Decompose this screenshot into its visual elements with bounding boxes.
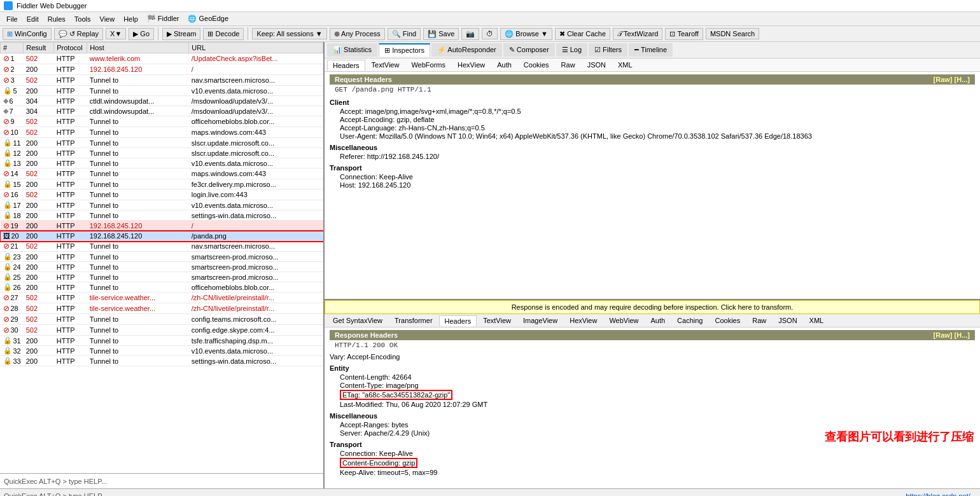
req-tab-cookies[interactable]: Cookies bbox=[518, 59, 555, 71]
tab-filters[interactable]: ☑ Filters bbox=[589, 43, 627, 57]
resp-tab-transformer[interactable]: Transformer bbox=[389, 315, 438, 326]
menu-tools[interactable]: Tools bbox=[71, 14, 95, 24]
cell-host: 192.168.245.120 bbox=[87, 64, 189, 75]
screenshot-btn[interactable]: 📷 bbox=[461, 28, 479, 40]
tab-inspectors[interactable]: ⊞ Inspectors bbox=[379, 43, 430, 57]
resp-tab-xml[interactable]: XML bbox=[804, 315, 830, 326]
cell-url: /zh-CN/livetile/preinstall/r... bbox=[189, 293, 323, 303]
cell-result: 502 bbox=[24, 189, 54, 200]
tab-timeline[interactable]: ━ Timeline bbox=[629, 43, 673, 57]
timer-btn[interactable]: ⏱ bbox=[482, 28, 498, 39]
table-row[interactable]: ⊘3 502 HTTP Tunnel to nav.smartscreen.mi… bbox=[1, 75, 323, 86]
req-tab-auth[interactable]: Auth bbox=[491, 59, 517, 71]
table-row[interactable]: 🖼20 200 HTTP 192.168.245.120 /panda.png bbox=[1, 231, 323, 241]
table-row[interactable]: ⊘19 200 HTTP 192.168.245.120 / bbox=[1, 221, 323, 231]
menu-fiddler[interactable]: 🏁 Fiddler bbox=[143, 13, 183, 24]
menu-file[interactable]: File bbox=[3, 14, 22, 24]
req-tab-json[interactable]: JSON bbox=[582, 59, 612, 71]
req-tab-textview[interactable]: TextView bbox=[366, 59, 405, 71]
table-row[interactable]: ⊘21 502 HTTP Tunnel to nav.smartscreen.m… bbox=[1, 241, 323, 252]
msdn-btn[interactable]: MSDN Search bbox=[706, 28, 759, 39]
tab-statistics[interactable]: 📊 Statistics bbox=[327, 43, 377, 57]
table-row[interactable]: ⊘14 502 HTTP Tunnel to maps.windows.com:… bbox=[1, 169, 323, 179]
req-header-host: Host: 192.168.245.120 bbox=[340, 181, 975, 189]
table-row[interactable]: ⊘16 502 HTTP Tunnel to login.live.com:44… bbox=[1, 189, 323, 200]
table-row[interactable]: 🔒24 200 HTTP Tunnel to smartscreen-prod.… bbox=[1, 262, 323, 272]
menu-view[interactable]: View bbox=[96, 14, 119, 24]
resp-tab-caching[interactable]: Caching bbox=[671, 315, 708, 326]
decode-btn[interactable]: ⊞ Decode bbox=[203, 28, 244, 40]
table-row[interactable]: 🔒32 200 HTTP Tunnel to v10.events.data.m… bbox=[1, 346, 323, 356]
table-row[interactable]: 🔒31 200 HTTP Tunnel to tsfe.trafficshapi… bbox=[1, 336, 323, 346]
any-process-btn[interactable]: ⊕ Any Process bbox=[330, 28, 385, 40]
winconfig-btn[interactable]: ⊞ WinConfig bbox=[3, 28, 52, 40]
table-row[interactable]: 🔒5 200 HTTP Tunnel to v10.events.data.mi… bbox=[1, 86, 323, 96]
req-tab-raw[interactable]: Raw bbox=[556, 59, 581, 71]
req-tab-webforms[interactable]: WebForms bbox=[405, 59, 451, 71]
table-row[interactable]: ⊘27 502 HTTP tile-service.weather... /zh… bbox=[1, 293, 323, 303]
resp-tab-auth[interactable]: Auth bbox=[645, 315, 671, 326]
stream-btn[interactable]: ▶ Stream bbox=[162, 28, 200, 40]
table-row[interactable]: 🔒33 200 HTTP Tunnel to settings-win.data… bbox=[1, 356, 323, 366]
main-layout: # Result Protocol Host URL ⊘1 502 HTTP w… bbox=[0, 42, 980, 488]
resp-tab-cookies[interactable]: Cookies bbox=[709, 315, 746, 326]
menu-geoedge[interactable]: 🌐 GeoEdge bbox=[184, 13, 232, 24]
menu-rules[interactable]: Rules bbox=[44, 14, 69, 24]
req-raw-link[interactable]: [Raw] bbox=[934, 76, 953, 83]
replay-btn[interactable]: 💬 ↺ Replay bbox=[54, 28, 103, 40]
table-row[interactable]: ⊘1 502 HTTP www.telerik.com /UpdateCheck… bbox=[1, 53, 323, 64]
resp-tab-json[interactable]: JSON bbox=[773, 315, 802, 326]
textwizard-btn[interactable]: 𝒯 TextWizard bbox=[613, 28, 662, 40]
menu-help[interactable]: Help bbox=[120, 14, 142, 24]
resp-tab-hexview[interactable]: HexView bbox=[564, 315, 603, 326]
resp-hi-link[interactable]: [H...] bbox=[955, 331, 970, 339]
table-row[interactable]: 🔒23 200 HTTP Tunnel to smartscreen-prod.… bbox=[1, 252, 323, 262]
table-row[interactable]: ⊘10 502 HTTP Tunnel to maps.windows.com:… bbox=[1, 127, 323, 138]
cell-protocol: HTTP bbox=[54, 346, 87, 356]
table-row[interactable]: 🔒15 200 HTTP Tunnel to fe3cr.delivery.mp… bbox=[1, 179, 323, 189]
tab-composer[interactable]: ✎ Composer bbox=[503, 43, 555, 57]
cell-result: 200 bbox=[24, 262, 54, 272]
save-btn[interactable]: 💾 Save bbox=[423, 28, 459, 40]
cell-protocol: HTTP bbox=[54, 262, 87, 272]
table-row[interactable]: ⊘9 502 HTTP Tunnel to officehomeblobs.bl… bbox=[1, 116, 323, 127]
menu-edit[interactable]: Edit bbox=[23, 14, 43, 24]
clear-cache-btn[interactable]: ✖ Clear Cache bbox=[555, 28, 610, 40]
find-btn[interactable]: 🔍 Find bbox=[388, 28, 421, 40]
resp-tab-textview[interactable]: TextView bbox=[477, 315, 517, 326]
resp-tab-webview[interactable]: WebView bbox=[603, 315, 644, 326]
req-tab-hexview[interactable]: HexView bbox=[452, 59, 491, 71]
table-row[interactable]: 🔒11 200 HTTP Tunnel to slscr.update.micr… bbox=[1, 138, 323, 148]
req-tab-xml[interactable]: XML bbox=[612, 59, 638, 71]
table-row[interactable]: 🔒13 200 HTTP Tunnel to v10.events.data.m… bbox=[1, 158, 323, 169]
table-row[interactable]: ⊘29 502 HTTP Tunnel to config.teams.micr… bbox=[1, 314, 323, 325]
req-tab-headers[interactable]: Headers bbox=[327, 60, 365, 71]
tab-log[interactable]: ☰ Log bbox=[556, 43, 587, 57]
tab-autoresponder[interactable]: ⚡ AutoResponder bbox=[431, 43, 502, 57]
table-row[interactable]: ⊘28 502 HTTP tile-service.weather... /zh… bbox=[1, 303, 323, 314]
req-hi-link[interactable]: [H...] bbox=[955, 76, 970, 83]
go-btn[interactable]: ▶ Go bbox=[129, 28, 154, 40]
table-row[interactable]: ◆7 304 HTTP ctldl.windowsupdat... /msdow… bbox=[1, 106, 323, 116]
cell-num: 🔒12 bbox=[1, 148, 24, 158]
cell-result: 200 bbox=[24, 200, 54, 210]
browse-btn[interactable]: 🌐 Browse ▼ bbox=[500, 28, 552, 40]
resp-raw-link[interactable]: [Raw] bbox=[934, 331, 953, 339]
table-row[interactable]: 🔒18 200 HTTP Tunnel to settings-win.data… bbox=[1, 210, 323, 221]
table-row[interactable]: 🔒17 200 HTTP Tunnel to v10.events.data.m… bbox=[1, 200, 323, 210]
table-row[interactable]: ⊘30 502 HTTP Tunnel to config.edge.skype… bbox=[1, 325, 323, 336]
table-row[interactable]: 🔒26 200 HTTP Tunnel to officehomeblobs.b… bbox=[1, 282, 323, 293]
resp-tab-headers[interactable]: Headers bbox=[439, 315, 477, 326]
resp-tab-raw[interactable]: Raw bbox=[746, 315, 772, 326]
table-row[interactable]: ◆6 304 HTTP ctldl.windowsupdat... /msdow… bbox=[1, 96, 323, 106]
table-row[interactable]: 🔒12 200 HTTP Tunnel to slscr.update.micr… bbox=[1, 148, 323, 158]
resp-tab-getsyntax[interactable]: Get SyntaxView bbox=[327, 315, 388, 326]
replayx-btn[interactable]: X▼ bbox=[106, 28, 126, 39]
cell-num: 🔒31 bbox=[1, 336, 24, 346]
table-row[interactable]: ⊘2 200 HTTP 192.168.245.120 / bbox=[1, 64, 323, 75]
keep-sessions-btn[interactable]: Keep: All sessions ▼ bbox=[252, 28, 326, 39]
warning-bar[interactable]: Response is encoded and may require deco… bbox=[325, 300, 980, 314]
table-row[interactable]: 🔒25 200 HTTP Tunnel to smartscreen-prod.… bbox=[1, 272, 323, 282]
resp-tab-imageview[interactable]: ImageView bbox=[517, 315, 563, 326]
tearoff-btn[interactable]: ⊡ Tearoff bbox=[665, 28, 703, 40]
